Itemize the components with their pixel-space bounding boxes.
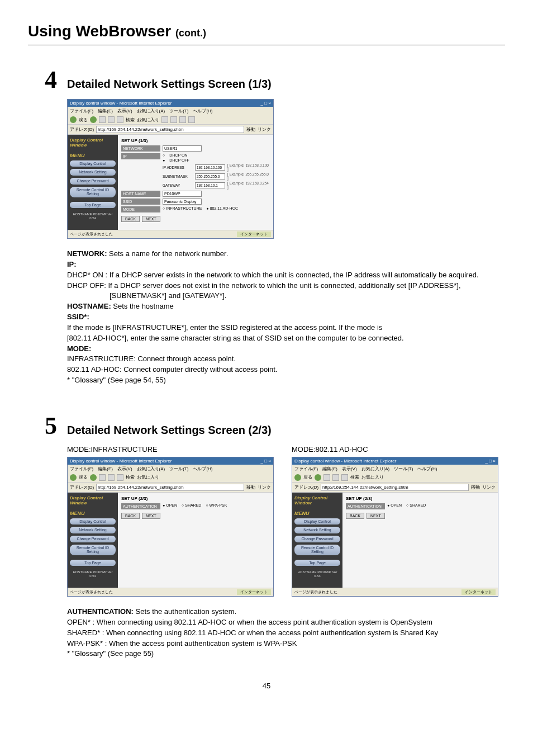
next-button[interactable]: NEXT [142, 513, 160, 519]
auth-open-radio[interactable]: ● OPEN [387, 503, 402, 507]
refresh-icon[interactable] [108, 474, 115, 481]
stop-icon[interactable] [323, 474, 330, 481]
print-icon[interactable] [188, 116, 195, 123]
go-button[interactable]: 移動 [471, 484, 480, 490]
step5-number: 5 [45, 414, 57, 438]
sidebar-item-remote[interactable]: Remote Control ID Setting [70, 187, 116, 197]
back-icon[interactable] [70, 474, 77, 481]
gateway-example: [ Example: 192.168.0.254 ] [227, 181, 270, 189]
ie-menubar-adhoc[interactable]: ファイル(F) 編集(E) 表示(V) お気に入り(A) ツール(T) ヘルプ(… [292, 465, 498, 473]
ie-titlebar: Display control window - Microsoft Inter… [68, 100, 273, 107]
sidebar-item-remote[interactable]: Remote Control ID Setting [294, 545, 340, 555]
ssid-label: SSID [121, 199, 160, 205]
toolbar-search[interactable]: 検索 [126, 474, 135, 480]
back-icon[interactable] [294, 474, 301, 481]
home-icon[interactable] [341, 474, 348, 481]
toolbar-fav[interactable]: お気に入り [361, 474, 384, 480]
ie-menubar[interactable]: ファイル(F) 編集(E) 表示(V) お気に入り(A) ツール(T) ヘルプ(… [68, 107, 273, 115]
auth-shared-radio[interactable]: ○ SHARED [182, 503, 201, 507]
history-icon[interactable] [170, 116, 177, 123]
ssid-input[interactable]: Panasonic Display [163, 199, 202, 205]
auth-wpa-radio[interactable]: ○ WPA-PSK [206, 503, 227, 507]
forward-icon[interactable] [90, 116, 97, 123]
subnet-input[interactable]: 255.255.255.0 [195, 173, 225, 179]
toolbar-back[interactable]: 戻る [79, 474, 88, 480]
ie-addressbar-infra: アドレス(D)http://169.254.144.22/network_set… [68, 483, 273, 493]
next-button[interactable]: NEXT [367, 513, 385, 519]
back-button[interactable]: BACK [346, 513, 364, 519]
step5-screenshots: MODE:INFRASTRUCTURE Display control wind… [67, 445, 505, 597]
sidebar-item-display[interactable]: Display Control [70, 518, 116, 525]
ie-menubar-infra[interactable]: ファイル(F) 編集(E) 表示(V) お気に入り(A) ツール(T) ヘルプ(… [68, 465, 273, 473]
forward-icon[interactable] [90, 474, 97, 481]
row-mode: MODE ○ INFRASTRUCTURE ● 802.11 AD-HOC [121, 206, 270, 212]
address-input[interactable]: http://169.254.144.22/network_setting.sh… [96, 126, 244, 133]
auth-shared-radio[interactable]: ○ SHARED [406, 503, 426, 507]
adhoc-label: MODE:802.11 AD-HOC [292, 445, 505, 453]
back-button[interactable]: BACK [121, 513, 140, 519]
mode-adhoc-radio[interactable]: ● 802.11 AD-HOC [206, 206, 238, 210]
ie-content-adhoc: Display Control Window MENU Display Cont… [292, 493, 498, 588]
nav-buttons-adhoc: BACK NEXT [346, 513, 494, 519]
refresh-icon[interactable] [108, 116, 115, 123]
ie-window-adhoc: Display control window - Microsoft Inter… [292, 457, 498, 597]
sidebar-item-top[interactable]: Top Page [294, 560, 340, 566]
media-icon[interactable] [161, 116, 168, 123]
mode-label: MODE [121, 206, 160, 212]
sidebar-item-password[interactable]: Change Password [294, 536, 340, 542]
address-input[interactable]: http://169.254.144.22/network_setting.sh… [96, 484, 244, 491]
sidebar-item-network[interactable]: Network Setting [70, 169, 116, 176]
gateway-input[interactable]: 192.168.10.1 [195, 182, 225, 188]
auth-shared-label: SHARED [410, 503, 426, 507]
sidebar-adhoc: Display Control Window MENU Display Cont… [292, 493, 342, 588]
network-label: NETWORK [121, 145, 160, 152]
gateway-label: GATEWAY [163, 183, 193, 187]
sidebar-item-top[interactable]: Top Page [70, 202, 116, 208]
sidebar-item-display[interactable]: Display Control [70, 160, 116, 167]
window-controls-infra: _ □ × [261, 459, 271, 464]
toolbar-back[interactable]: 戻る [79, 117, 88, 123]
sidebar-item-password[interactable]: Change Password [70, 178, 116, 185]
auth-open-radio[interactable]: ● OPEN [163, 503, 177, 507]
address-label: アドレス(D) [70, 484, 94, 490]
mode-infra-radio[interactable]: ○ INFRASTRUCTURE [163, 206, 202, 210]
sidebar-item-display[interactable]: Display Control [294, 518, 340, 525]
sidebar-item-password[interactable]: Change Password [70, 536, 116, 542]
sidebar-item-network[interactable]: Network Setting [70, 527, 116, 533]
ie-statusbar-infra: ページが表示されましたインターネット [68, 588, 273, 596]
go-button[interactable]: 移動 [246, 484, 255, 490]
forward-icon[interactable] [315, 474, 321, 481]
next-button[interactable]: NEXT [142, 216, 160, 222]
row-ip: IP ○ DHCP ON ● DHCP OFF IP ADDRESS192.16… [121, 153, 270, 189]
toolbar-search[interactable]: 検索 [126, 117, 135, 123]
hostname-input[interactable]: PD10WP [163, 191, 202, 197]
sidebar-item-remote[interactable]: Remote Control ID Setting [70, 545, 116, 555]
ipaddress-input[interactable]: 192.168.10.100 [195, 164, 225, 171]
sidebar-menu-label: MENU [70, 153, 116, 158]
toolbar-back[interactable]: 戻る [303, 474, 312, 480]
network-input[interactable]: USER1 [163, 145, 202, 152]
mail-icon[interactable] [179, 116, 186, 123]
dhcp-off-row[interactable]: ● DHCP OFF [163, 158, 270, 162]
sidebar-item-top[interactable]: Top Page [70, 560, 116, 566]
home-icon[interactable] [117, 116, 123, 123]
toolbar-search[interactable]: 検索 [350, 474, 359, 480]
dhcp-on-row[interactable]: ○ DHCP ON [163, 153, 270, 157]
refresh-icon[interactable] [332, 474, 339, 481]
stop-icon[interactable] [99, 474, 106, 481]
step4-screenshot: Display control window - Microsoft Inter… [67, 99, 505, 239]
back-icon[interactable] [70, 116, 77, 123]
go-button[interactable]: 移動 [246, 126, 255, 133]
address-input[interactable]: http://169.254.144.22/network_setting.sh… [321, 484, 469, 491]
stop-icon[interactable] [99, 116, 106, 123]
sidebar-item-network[interactable]: Network Setting [294, 527, 340, 533]
back-button[interactable]: BACK [121, 216, 140, 222]
step5-glossary: * "Glossary" (See page 55) [67, 649, 488, 659]
toolbar-fav[interactable]: お気に入り [137, 474, 159, 480]
home-icon[interactable] [117, 474, 123, 481]
ie-window-infra: Display control window - Microsoft Inter… [67, 457, 274, 597]
toolbar-fav[interactable]: お気に入り [137, 117, 159, 123]
adhoc-column: MODE:802.11 AD-HOC Display control windo… [292, 445, 505, 597]
hostname-label: HOST NAME [121, 191, 160, 197]
mode-adhoc-label: 802.11 AD-HOC [210, 206, 239, 210]
